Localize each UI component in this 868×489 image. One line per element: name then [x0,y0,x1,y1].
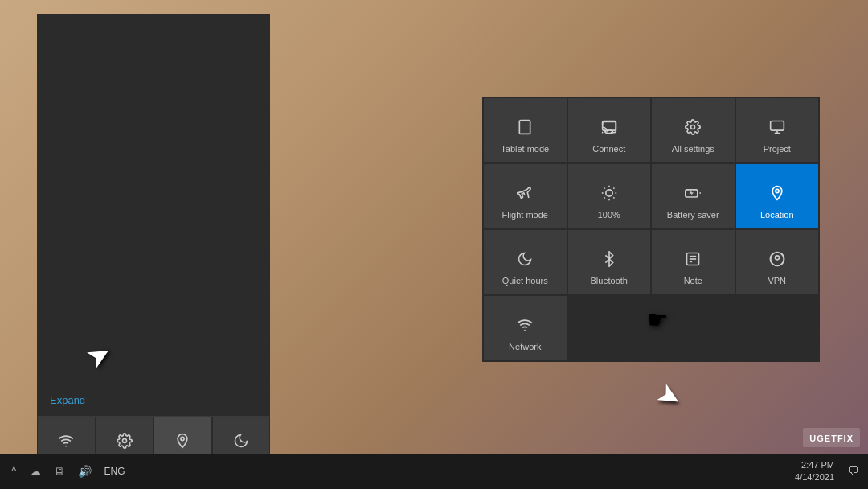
all-settings-grid-label: All settings [672,144,714,154]
svg-point-2 [181,437,184,440]
flight-mode-label: Flight mode [502,210,548,220]
network-grid-icon [517,317,533,337]
grid-btn-connect[interactable]: Connect [568,98,651,162]
note-label: Note [684,276,702,286]
brightness-label: 100% [598,210,620,220]
taskbar-left: ^ ☁ 🖥 🔊 ENG [6,462,130,481]
taskbar-monitor-icon: 🖥 [49,462,70,481]
tablet-mode-label: Tablet mode [501,144,549,154]
quick-grid: Tablet mode Connect [482,97,820,362]
grid-btn-tablet-mode[interactable]: Tablet mode [484,98,567,162]
svg-line-20 [604,197,604,198]
quiet-hours-label: Quiet hours [502,276,548,286]
watermark-text: UGETFIX [809,434,854,443]
svg-rect-10 [770,121,784,130]
all-settings-grid-icon [685,119,701,139]
project-label: Project [764,144,791,154]
grid-btn-vpn[interactable]: VPN [736,230,819,294]
grid-btn-project[interactable]: Project [736,98,819,162]
svg-line-21 [613,187,614,188]
grid-btn-battery-saver[interactable]: Battery saver [652,164,735,228]
quiet-hours-icon [517,251,533,271]
arrow-right-annotation: ➤ [651,375,689,416]
grid-btn-bluetooth[interactable]: Bluetooth [568,230,651,294]
svg-point-13 [606,190,612,196]
tablet-icon [517,119,533,139]
moon-icon [233,433,249,453]
brightness-icon [601,185,617,205]
svg-rect-5 [602,121,616,130]
taskbar-lang-label: ENG [100,462,130,480]
taskbar-chevron[interactable]: ^ [6,462,22,481]
clock-time: 2:47 PM [801,459,834,471]
expand-label[interactable]: Expand [50,394,85,406]
svg-point-1 [122,439,126,443]
watermark: UGETFIX [803,428,860,447]
battery-icon [685,185,701,205]
svg-point-30 [775,256,779,260]
svg-point-24 [776,189,779,192]
svg-line-16 [604,187,604,188]
bluetooth-label: Bluetooth [591,276,628,286]
taskbar-cloud-icon: ☁ [25,462,46,481]
action-center-panel: Expand Network All set [37,14,270,473]
expand-area: Expand [37,386,270,416]
quick-actions-expanded-panel: Tablet mode Connect [482,97,820,362]
vpn-icon [769,251,785,271]
network-grid-label: Network [509,342,541,352]
connect-icon [601,119,617,139]
svg-point-31 [524,330,526,331]
project-icon [769,119,785,139]
bluetooth-icon [601,251,617,271]
note-icon [685,251,701,271]
grid-btn-all-settings[interactable]: All settings [652,98,735,162]
notification-icon[interactable]: 🗨 [844,462,862,481]
grid-btn-brightness[interactable]: 100% [568,164,651,228]
location-grid-icon [769,185,785,205]
taskbar: ^ ☁ 🖥 🔊 ENG 2:47 PM 4/14/2021 🗨 [0,454,868,489]
taskbar-right: 2:47 PM 4/14/2021 🗨 [790,459,862,484]
svg-point-0 [65,446,67,447]
location-icon [174,433,190,453]
clock-date: 4/14/2021 [795,471,834,483]
grid-btn-flight-mode[interactable]: Flight mode [484,164,567,228]
svg-line-17 [613,197,614,198]
wifi-icon [58,433,74,453]
taskbar-volume-icon[interactable]: 🔊 [73,462,96,481]
connect-label: Connect [592,144,625,154]
vpn-label: VPN [768,276,786,286]
airplane-icon [517,185,533,205]
settings-icon [117,433,133,453]
battery-saver-label: Battery saver [667,210,719,220]
grid-btn-quiet-hours[interactable]: Quiet hours [484,230,567,294]
svg-point-9 [691,125,695,129]
svg-point-8 [602,132,604,134]
grid-btn-note[interactable]: Note [652,230,735,294]
grid-btn-location[interactable]: Location [736,164,819,228]
grid-btn-network[interactable]: Network [484,296,567,360]
clock-area[interactable]: 2:47 PM 4/14/2021 [790,459,839,484]
location-grid-label: Location [760,210,794,220]
